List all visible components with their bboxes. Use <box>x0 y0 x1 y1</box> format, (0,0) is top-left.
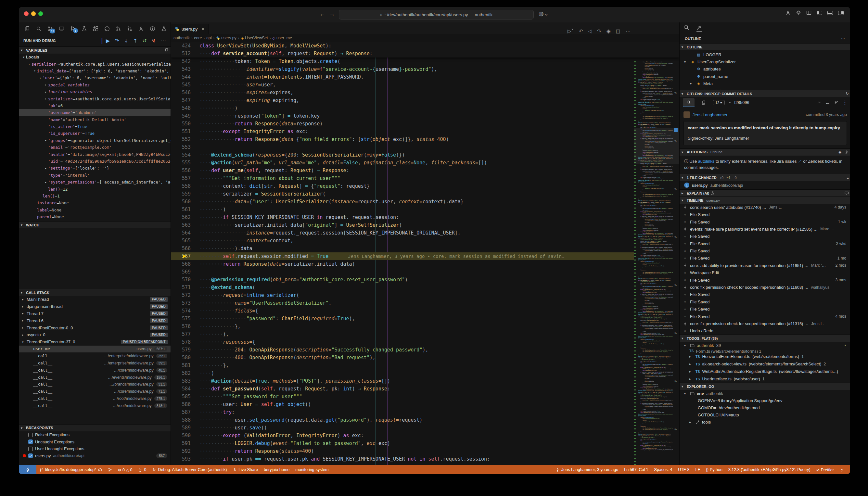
call-stack-frame[interactable]: __call__…/brands/middleware.py31:1 <box>19 381 171 388</box>
graph-item[interactable] <box>105 468 115 472</box>
back-icon[interactable]: ← <box>825 100 830 106</box>
tab-users-py[interactable]: users.py ✕ <box>171 24 209 34</box>
code-line[interactable]: 574············fields={ <box>171 307 679 315</box>
code-line[interactable]: 558········context: dict[str, Request] =… <box>171 182 679 190</box>
remote-indicator[interactable] <box>19 465 36 474</box>
gitlens-inspect-tab-icon[interactable] <box>684 25 689 31</box>
code-line[interactable]: 570····@permission_required(obj_perm="au… <box>171 276 679 283</box>
go-env-row[interactable]: ▾envauthentik <box>680 390 851 397</box>
encoding[interactable]: UTF-8 <box>675 467 692 472</box>
call-stack-frame[interactable]: __call__…/events/middleware.py156:1 <box>19 374 171 381</box>
todo-file-row[interactable]: ▸TSUserInterface.ts (web/src/user)1 <box>680 375 851 383</box>
code-line[interactable]: 547················expiring=expiring, <box>171 96 679 104</box>
code-line[interactable]: 550············return Response(data=resp… <box>171 120 679 128</box>
call-stack-frame[interactable]: user_meusers.py567:1 <box>19 346 171 353</box>
explorer-go-section-header[interactable]: ▾EXPLORER: GO <box>680 383 851 390</box>
code-line[interactable]: 584····def set_password(self, request: R… <box>171 385 679 393</box>
timeline-item[interactable]: ○File Saved <box>680 306 851 313</box>
kebab-menu-icon[interactable]: ⋮ <box>842 99 848 106</box>
copy-icon[interactable] <box>165 48 169 52</box>
language-mode[interactable]: {} Python <box>703 467 725 472</box>
step-over-button[interactable]: ↷ <box>115 38 119 44</box>
breadcrumb-item[interactable]: api <box>206 36 212 40</box>
code-line[interactable]: 583····@action(detail=True, methods=["PO… <box>171 377 679 385</box>
call-stack-thread[interactable]: ▸Thread-7PAUSED <box>19 310 171 317</box>
nav-back-icon[interactable]: ← <box>319 11 325 17</box>
code-line[interactable]: 587········try: <box>171 408 679 416</box>
editor-scrollbar[interactable]: ∿∿∿∿∿∿∿∿∿ <box>673 61 679 465</box>
variable-row[interactable]: 'username' = 'akadmin' <box>19 109 171 116</box>
code-line[interactable]: 571····@extend_schema( <box>171 283 679 291</box>
customize-layout-icon[interactable] <box>806 10 811 15</box>
editor-action-icon[interactable]: ↷ <box>597 28 601 34</box>
variable-row[interactable]: ▸'groups' = <generator object UserSelfSe… <box>19 137 171 144</box>
variable-row[interactable]: ▸function variables <box>19 88 171 95</box>
code-line[interactable]: 576············}, <box>171 323 679 330</box>
minimap[interactable]: token: Token = Token.objects.create( ide… <box>634 61 679 465</box>
variable-row[interactable]: ▸serializer = <authentik.core.api.users.… <box>19 95 171 102</box>
timeline-item[interactable]: core: add ability to provide reason for … <box>680 262 851 269</box>
timeline-item[interactable]: ○File Saved <box>680 298 851 305</box>
call-stack-frame[interactable]: __call__…/core/middleware.py71:1 <box>19 388 171 395</box>
gitlens-search-tab[interactable] <box>683 98 695 107</box>
outline-item[interactable]: ⚙parent_name <box>684 73 851 80</box>
close-tab-icon[interactable]: ✕ <box>201 27 205 31</box>
code-line[interactable]: 562········if SESSION_KEY_IMPERSONATE_US… <box>171 213 679 221</box>
breakpoints-section-header[interactable]: ▾BREAKPOINTS <box>19 424 171 431</box>
outline-item[interactable]: ▤LOGGER <box>684 51 851 58</box>
branch-icon[interactable] <box>834 100 838 105</box>
outline-item[interactable]: ⚙model <box>684 87 851 90</box>
code-line[interactable]: 575················"password": CharField… <box>171 315 679 323</box>
variables-scope-locals[interactable]: ▾Locals <box>19 53 171 60</box>
call-stack-frame[interactable]: __call__…/enterprise/middleware.py39:1 <box>19 353 171 360</box>
file-changed-section-header[interactable]: ▾1 FILE CHANGED+0~1-0≡ <box>680 174 851 181</box>
code-line[interactable]: 564················instance=request._req… <box>171 229 679 237</box>
variable-row[interactable]: parent = None <box>19 213 171 220</box>
editor-action-icon[interactable]: ◫ <box>616 28 620 34</box>
timeline-item[interactable]: ○File Saved <box>680 291 851 298</box>
source-control-icon[interactable]: 12 <box>45 23 56 34</box>
variables-section-header[interactable]: ▾VARIABLES <box>19 46 171 53</box>
timeline-item[interactable]: core: fix permission check for scoped im… <box>680 283 851 291</box>
pin-icon[interactable] <box>817 100 821 105</box>
timeline-item[interactable]: ○Workspace Edit <box>680 269 851 276</box>
outline-item[interactable]: ▾◈Meta <box>684 80 851 87</box>
code-line[interactable]: 544················intent=TokenIntents.I… <box>171 73 679 81</box>
timeline-item[interactable]: ○File Saved3 mos <box>680 276 851 283</box>
explorer-icon[interactable] <box>22 23 33 34</box>
disconnect-button[interactable]: ↯ <box>152 38 156 44</box>
code-line[interactable]: 559········serializer = SessionUserSeria… <box>171 190 679 198</box>
variable-row[interactable]: 'name' = 'authentik Default Admin' <box>19 116 171 123</box>
code-line[interactable]: 567········self.request.session.modified… <box>171 252 679 260</box>
code-line[interactable]: 561········) <box>171 206 679 213</box>
editor-action-icon[interactable]: ↶ <box>579 28 583 34</box>
code-line[interactable]: 585········"""Set password for user""" <box>171 393 679 401</box>
timeline-item[interactable]: ○File Saved1 mo <box>680 255 851 262</box>
profile-menu-icon[interactable]: ◍⌄ <box>539 10 549 17</box>
timeline-section-header[interactable]: ▾TIMELINEusers.py <box>680 197 851 204</box>
code-line[interactable]: 579············204: OpenApiResponse(desc… <box>171 346 679 354</box>
variable-row[interactable]: len() = 1 <box>19 192 171 199</box>
blame-item[interactable]: Jens Langhammer, 3 years ago <box>553 467 621 472</box>
editor-action-icon[interactable]: ⋯ <box>626 28 631 34</box>
indentation[interactable]: Spaces: 4 <box>651 467 676 472</box>
editor-action-icon[interactable]: ▷˅ <box>568 28 574 34</box>
editor-action-icon[interactable]: ◉ <box>606 28 611 34</box>
variable-row[interactable]: 'type' = 'internal' <box>19 172 171 179</box>
code-line[interactable]: 581········}, <box>171 361 679 369</box>
outline-tab-icon[interactable] <box>697 25 702 32</box>
code-line[interactable]: 580············400: OpenApiResponse(desc… <box>171 354 679 361</box>
code-line[interactable]: 569 <box>171 268 679 276</box>
code-line[interactable]: 565················context=context, <box>171 237 679 245</box>
code-line[interactable]: 572········request=inline_serializer( <box>171 291 679 299</box>
code-line[interactable]: 578········responses={ <box>171 338 679 346</box>
timeline-item[interactable]: ○File Saved2 wks <box>680 240 851 247</box>
prettier-item[interactable]: ⊘ Prettier <box>813 467 837 472</box>
breakpoint-row[interactable]: Raised Exceptions <box>19 431 171 438</box>
close-window-button[interactable] <box>24 11 29 16</box>
call-stack-frame[interactable]: __call__…/core/middleware.py48:1 <box>19 367 171 374</box>
code-line[interactable]: 568········return Response(data=serializ… <box>171 260 679 268</box>
toggle-bottom-panel-icon[interactable] <box>827 11 833 15</box>
nav-forward-icon[interactable]: → <box>329 11 335 17</box>
outline-item[interactable]: ▾◈UserGroupSerializer <box>684 58 851 65</box>
